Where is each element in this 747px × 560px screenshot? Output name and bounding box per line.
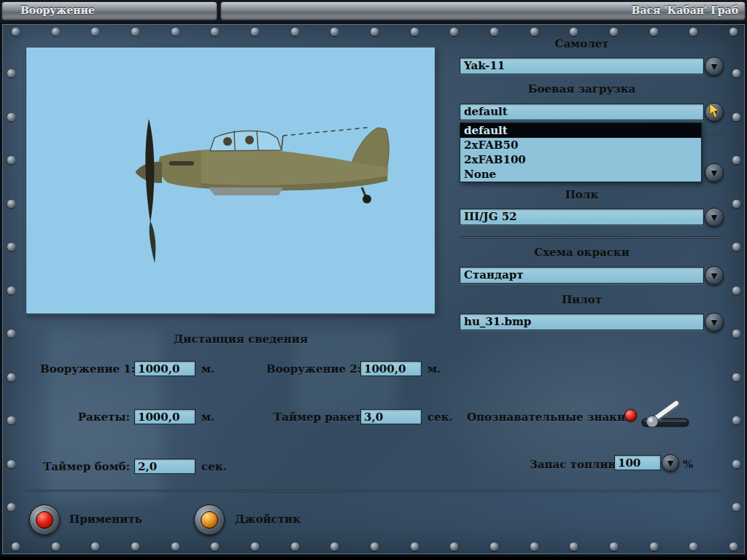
- weapon1-input[interactable]: [134, 361, 196, 376]
- convergence-title: Дистанция сведения: [131, 332, 350, 346]
- aircraft-image: [26, 47, 433, 312]
- pilot-label: Пилот: [460, 293, 704, 306]
- rivet: [7, 200, 15, 208]
- rocket-timer-input[interactable]: [360, 409, 422, 424]
- fuel-unit: %: [683, 458, 693, 471]
- apply-button[interactable]: [29, 505, 60, 535]
- rivet: [12, 542, 20, 551]
- weapon2-label: Вооружение 2:: [266, 362, 357, 376]
- rivet: [530, 28, 538, 36]
- rivet: [610, 28, 618, 36]
- rivet: [732, 373, 740, 381]
- rivet: [7, 243, 15, 251]
- regiment-select[interactable]: III/JG 52: [460, 209, 704, 225]
- rivet: [732, 416, 740, 424]
- loadout-option-2xfab50[interactable]: 2xFAB50: [460, 138, 701, 152]
- loadout-label: Боевая загрузка: [460, 82, 704, 96]
- rivet: [732, 243, 740, 251]
- rivet: [530, 542, 538, 551]
- loadout-dropdown-list: default 2xFAB50 2xFAB100 None: [460, 122, 702, 182]
- loadout-dropdown-button[interactable]: ▼: [705, 103, 724, 122]
- regiment-label: Полк: [460, 188, 704, 201]
- rockets-input[interactable]: [134, 409, 196, 424]
- rivet: [7, 69, 15, 77]
- paint-scheme-select-value: Стандарт: [464, 268, 523, 281]
- rivet: [52, 542, 60, 551]
- rivet: [490, 542, 498, 551]
- paint-scheme-dropdown-button[interactable]: ▼: [705, 266, 724, 285]
- weapon2-unit: м.: [427, 362, 441, 376]
- loadout-option-none[interactable]: None: [460, 167, 701, 182]
- rocket-timer-unit: сек.: [427, 411, 453, 424]
- rivet: [610, 542, 618, 551]
- rivet: [291, 542, 299, 551]
- pilot-select[interactable]: hu_31.bmp: [460, 314, 704, 330]
- rivet: [7, 416, 15, 424]
- bomb-timer-input[interactable]: [134, 459, 196, 474]
- rivet: [490, 28, 498, 36]
- rivet: [7, 330, 15, 338]
- joystick-button-label: Джойстик: [235, 513, 301, 526]
- bomb-timer-unit: сек.: [201, 460, 227, 473]
- markings-toggle[interactable]: [638, 397, 694, 432]
- rivet: [171, 542, 179, 551]
- rivet: [52, 28, 60, 36]
- regiment-dropdown-button[interactable]: ▼: [705, 208, 724, 227]
- rivet: [732, 460, 740, 468]
- rivet: [371, 542, 379, 551]
- loadout-select-value: default: [464, 105, 508, 118]
- chevron-down-icon: ▼: [711, 319, 717, 327]
- paint-scheme-label: Схема окраски: [460, 246, 704, 259]
- fuel-spinner-button[interactable]: ▼: [662, 454, 679, 472]
- rivet: [131, 28, 139, 36]
- rivet: [411, 28, 419, 36]
- weapon1-label: Вооружение 1:: [40, 362, 130, 376]
- aircraft-preview: [26, 47, 436, 314]
- background-texture: [469, 316, 681, 476]
- rivet: [732, 69, 740, 77]
- rivet: [7, 156, 15, 164]
- rivet: [411, 542, 419, 551]
- joystick-button[interactable]: [194, 505, 225, 535]
- rivet: [732, 200, 740, 208]
- paint-scheme-select[interactable]: Стандарт: [460, 267, 704, 284]
- rockets-unit: м.: [201, 411, 214, 424]
- rivet: [7, 113, 15, 121]
- rockets-label: Ракеты:: [58, 411, 130, 424]
- chevron-down-icon: ▼: [711, 272, 717, 280]
- weapon1-unit: м.: [201, 362, 214, 376]
- separator: [703, 132, 724, 133]
- loadout-select[interactable]: default: [460, 104, 704, 120]
- player-name: Вася 'Кабан' Граб: [632, 4, 738, 16]
- loadout-list-scroll-button[interactable]: ▼: [705, 163, 724, 182]
- armament-screen: Вооружение Вася 'Кабан' Граб: [0, 0, 747, 560]
- separator: [26, 490, 722, 491]
- separator: [460, 236, 722, 238]
- pilot-dropdown-button[interactable]: ▼: [705, 313, 724, 332]
- rivet: [251, 542, 259, 551]
- rivet: [729, 542, 738, 551]
- aircraft-label: Самолет: [460, 37, 704, 50]
- fuel-label: Запас топлива: [530, 458, 610, 471]
- chevron-down-icon: ▼: [711, 214, 717, 222]
- regiment-select-value: III/JG 52: [464, 210, 517, 223]
- rocket-timer-label: Таймер ракет:: [274, 411, 357, 424]
- rivet: [732, 330, 740, 338]
- rivet: [729, 28, 738, 36]
- rivet: [650, 542, 658, 551]
- rivet: [7, 373, 15, 381]
- toggle-switch-icon: [638, 397, 694, 432]
- fuel-input[interactable]: [614, 455, 661, 470]
- rivet: [732, 113, 740, 121]
- rivet: [7, 460, 15, 468]
- loadout-option-2xfab100[interactable]: 2xFAB100: [460, 152, 701, 167]
- rivet: [371, 28, 379, 36]
- chevron-down-icon: ▼: [711, 109, 717, 117]
- page-title: Вооружение: [20, 4, 95, 16]
- loadout-option-default[interactable]: default: [460, 123, 701, 138]
- apply-button-light: [36, 511, 53, 529]
- aircraft-dropdown-button[interactable]: ▼: [705, 57, 724, 76]
- aircraft-select[interactable]: Yak-11: [460, 58, 704, 74]
- weapon2-input[interactable]: [360, 361, 422, 376]
- markings-indicator-light: [624, 409, 637, 421]
